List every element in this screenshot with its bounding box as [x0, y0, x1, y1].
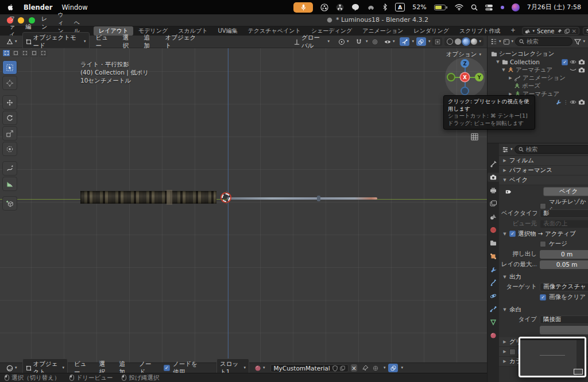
- material-browse-button[interactable]: ▾: [252, 364, 268, 373]
- tab-tool-properties[interactable]: [488, 159, 499, 169]
- panel-selected-to-active[interactable]: ▼✓ 選択物 → アクティブ: [499, 229, 588, 239]
- margin-size-field[interactable]: [540, 326, 588, 334]
- spotlight-search-icon[interactable]: [471, 4, 478, 11]
- fake-user-shield-icon[interactable]: [332, 365, 338, 372]
- shading-material-button[interactable]: [463, 38, 469, 45]
- freestyle-checkbox[interactable]: [509, 349, 516, 355]
- editor-type-button[interactable]: ▾: [3, 37, 20, 46]
- tab-uv-editing[interactable]: UV編集: [212, 26, 242, 36]
- control-center-icon[interactable]: [485, 4, 493, 11]
- tab-modifier-properties[interactable]: [488, 265, 499, 274]
- shader-overlays-chevron[interactable]: ▾: [401, 366, 403, 370]
- shader-snap-toggle[interactable]: [371, 364, 381, 372]
- select-mode-new[interactable]: [11, 49, 20, 57]
- line-app-icon[interactable]: [351, 3, 359, 11]
- pin-node-tree-icon[interactable]: [362, 365, 369, 372]
- properties-editor-chevron[interactable]: ▾: [510, 147, 513, 151]
- battery-icon[interactable]: [434, 5, 447, 10]
- panel-bake[interactable]: ▼ベイク: [499, 176, 588, 185]
- outliner-editor-chevron[interactable]: ▾: [499, 40, 501, 44]
- max-ray-field[interactable]: 0.05 m: [540, 260, 588, 269]
- tab-scene-properties[interactable]: [488, 212, 499, 221]
- outliner-row-animation[interactable]: ▶ アニメーション: [491, 74, 588, 82]
- from-multires-checkbox[interactable]: [540, 203, 546, 209]
- outliner-row-pose[interactable]: ポーズ: [491, 82, 588, 90]
- shading-rendered-button[interactable]: [471, 38, 477, 45]
- unlink-scene-icon[interactable]: ✕: [572, 28, 577, 34]
- tab-world-properties[interactable]: [488, 225, 499, 235]
- extrusion-field[interactable]: 0 m: [540, 250, 588, 259]
- properties-search-input[interactable]: 検索: [514, 145, 588, 154]
- panel-output[interactable]: ▼出力: [499, 272, 588, 282]
- bake-button[interactable]: ベイク: [543, 187, 588, 196]
- clear-image-checkbox[interactable]: ✓: [540, 294, 546, 301]
- model-notch-mesh[interactable]: [317, 196, 320, 201]
- copy-material-icon[interactable]: [340, 365, 345, 372]
- gizmo-axis-y[interactable]: Y: [475, 73, 483, 81]
- input-source-icon[interactable]: A: [395, 3, 405, 11]
- expand-icon[interactable]: ▼: [501, 68, 506, 72]
- expand-icon[interactable]: ▼: [496, 60, 500, 64]
- proportional-edit-toggle[interactable]: [370, 37, 378, 46]
- select-mode-intersect[interactable]: [39, 49, 47, 57]
- eye-icon[interactable]: [570, 59, 577, 65]
- shader-editor-type-button[interactable]: ▾: [3, 364, 20, 373]
- select-mode-subtract[interactable]: [30, 49, 38, 57]
- gizmo-settings-chevron[interactable]: ▾: [412, 40, 414, 44]
- tool-move[interactable]: [2, 95, 17, 110]
- filter-chevron[interactable]: ▾: [583, 40, 585, 44]
- add-workspace-button[interactable]: +: [505, 26, 520, 36]
- vpn-app-icon[interactable]: [367, 3, 375, 11]
- filter-funnel-icon[interactable]: [574, 38, 581, 45]
- tab-collection-properties[interactable]: [488, 239, 499, 248]
- new-scene-icon[interactable]: [564, 29, 570, 34]
- tab-particle-properties[interactable]: [488, 278, 499, 287]
- shader-overlays-toggle[interactable]: [388, 364, 398, 372]
- tab-rendering[interactable]: レンダリング: [409, 26, 454, 36]
- gizmo-axis-neg-y[interactable]: [447, 73, 455, 81]
- tab-physics-properties[interactable]: [488, 291, 499, 301]
- outliner-row-collection[interactable]: ▼ Collection ✓: [491, 58, 588, 66]
- eye-closed-icon[interactable]: [570, 67, 577, 73]
- viewlayer-selector[interactable]: ▾ ViewLayer ✕: [583, 27, 588, 35]
- tool-measure[interactable]: [2, 177, 17, 191]
- viewport-grid-toggle-button[interactable]: [471, 133, 478, 141]
- fan-app-icon[interactable]: [336, 3, 344, 11]
- gizmo-axis-z[interactable]: Z: [461, 59, 469, 68]
- menubar-app-name[interactable]: Blender: [24, 3, 52, 11]
- overlays-settings-chevron[interactable]: ▾: [428, 40, 431, 44]
- shading-settings-chevron[interactable]: ▾: [479, 40, 481, 44]
- tool-add-cube[interactable]: [2, 196, 17, 211]
- outliner-editor-icon[interactable]: [490, 38, 497, 45]
- shading-solid-button[interactable]: [455, 38, 461, 45]
- screenshot-preview-thumbnail[interactable]: [519, 337, 586, 377]
- collection-checkbox[interactable]: ✓: [562, 59, 568, 65]
- apple-logo-icon[interactable]: [7, 3, 14, 11]
- mic-indicator-icon[interactable]: [293, 2, 313, 13]
- pivot-point-dropdown[interactable]: ▾: [335, 37, 352, 46]
- tab-render-properties[interactable]: [488, 173, 499, 182]
- gizmo-axis-x[interactable]: X: [461, 73, 469, 81]
- select-mode-extend[interactable]: [21, 49, 29, 57]
- siri-icon[interactable]: [512, 3, 520, 11]
- tab-data-properties[interactable]: [488, 318, 499, 327]
- properties-editor-icon[interactable]: [502, 146, 509, 153]
- shading-wireframe-button[interactable]: [447, 38, 453, 45]
- display-mode-chevron[interactable]: ▾: [512, 40, 514, 44]
- tab-object-properties[interactable]: [488, 252, 499, 261]
- outliner-display-mode-icon[interactable]: [503, 38, 510, 45]
- panel-film[interactable]: ▶フィルム: [499, 156, 588, 166]
- use-nodes-checkbox[interactable]: ✓: [164, 365, 170, 371]
- camera-render-icon[interactable]: [578, 59, 585, 65]
- snap-toggle[interactable]: [355, 37, 363, 46]
- outliner-row-scene-collection[interactable]: シーンコレクション: [491, 50, 588, 58]
- wifi-icon[interactable]: [455, 4, 463, 10]
- tab-output-properties[interactable]: [488, 186, 499, 195]
- show-overlays-toggle[interactable]: [416, 37, 426, 46]
- tab-viewlayer-properties[interactable]: [488, 199, 499, 208]
- camera-render-icon[interactable]: [578, 99, 585, 106]
- tool-select-box[interactable]: [2, 60, 17, 75]
- snap-settings-chevron[interactable]: ▾: [366, 40, 368, 44]
- tab-constraint-properties[interactable]: [488, 305, 499, 314]
- bake-type-dropdown[interactable]: 影▾: [540, 209, 588, 218]
